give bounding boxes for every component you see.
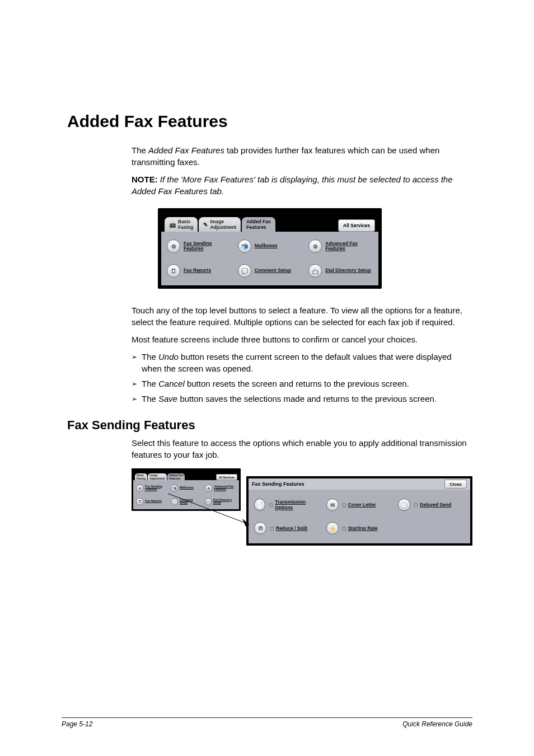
reduce-split-button[interactable]: ⧉ ▢ Reduce / Split	[254, 521, 321, 536]
fax-icon: 📠	[169, 222, 176, 228]
panel-title: Fax Sending Features	[252, 481, 305, 487]
all-services-button[interactable]: All Services	[338, 219, 375, 232]
document-icon: 📄	[254, 499, 265, 511]
added-fax-features-screenshot: 📠 Basic Faxing ✎ Image Adjustment Added …	[158, 208, 382, 289]
mini-all-services-button[interactable]: All Services	[216, 474, 237, 480]
tab-label: Image Adjustment	[210, 219, 236, 230]
comment-icon: 💬	[238, 264, 251, 278]
bullet-pre: The	[142, 379, 158, 388]
button-label: Mailboxes	[180, 486, 194, 489]
directory-icon: 📇	[205, 498, 211, 505]
button-label: Advanced Fax Features	[214, 485, 233, 491]
checkbox-icon: ▢	[342, 526, 346, 531]
mini-tab-added-fax[interactable]: Added Fax Features	[167, 473, 185, 480]
fax-sending-features-screenshot: Fax Sending Features Close 📄 ▢ Transmiss…	[246, 476, 472, 546]
bullet-em: Save	[158, 394, 177, 403]
mini-tab-image[interactable]: Image Adjustment	[148, 473, 167, 480]
button-label: Dial Directory Setup	[325, 268, 371, 273]
tab-image-adjustment[interactable]: ✎ Image Adjustment	[199, 217, 241, 232]
intro-paragraph: The Added Fax Features tab provides furt…	[132, 144, 472, 168]
bullet-cancel: ➢ The Cancel button resets the screen an…	[132, 378, 472, 389]
mini-dial-directory[interactable]: 📇Dial Directory Setup	[205, 497, 236, 506]
tab-added-fax-features[interactable]: Added Fax Features	[242, 217, 275, 232]
added-fax-tab-mini-screenshot: Basic Faxing Image Adjustment Added Fax …	[132, 468, 241, 511]
footer-page-number: Page 5-12	[62, 720, 92, 728]
directory-icon: 📇	[308, 264, 322, 278]
checkbox-icon: ▢	[414, 503, 418, 508]
bullet-em: Undo	[158, 352, 179, 361]
tab-label: Basic Faxing	[178, 219, 193, 230]
settings-icon: ⚙	[205, 485, 212, 492]
mini-fax-reports[interactable]: 🗒Fax Reports	[136, 497, 167, 506]
button-label: Fax Sending Features	[184, 241, 212, 252]
comment-icon: 💬	[171, 498, 178, 505]
button-label: Transmission Options	[275, 499, 320, 510]
touch-paragraph: Touch any of the top level buttons to se…	[132, 304, 472, 328]
tab-label: Added Fax Features	[169, 473, 184, 480]
clock-icon: 🕒	[398, 499, 410, 511]
bullet-pre: The	[142, 394, 158, 403]
checkbox-icon: ▢	[269, 503, 273, 508]
mini-fax-sending-features[interactable]: ⚙Fax Sending Features	[136, 483, 167, 492]
leaf-icon: ✎	[203, 222, 208, 228]
button-label: Comment Setup	[180, 499, 202, 505]
footer-guide-title: Quick Reference Guide	[402, 720, 472, 728]
starting-rate-button[interactable]: ⚡ ▢ Starting Rate	[326, 521, 393, 536]
mailbox-icon: 📬	[171, 485, 178, 492]
fax-sending-features-button[interactable]: ⚙ Fax Sending Features	[167, 238, 231, 254]
checkbox-icon: ▢	[270, 526, 274, 531]
delayed-send-button[interactable]: 🕒 ▢ Delayed Send	[398, 497, 465, 512]
transmission-options-button[interactable]: 📄 ▢ Transmission Options	[254, 497, 321, 512]
page-heading: Added Fax Features	[67, 112, 472, 131]
button-label: Starting Rate	[348, 525, 378, 531]
button-label: Comment Setup	[255, 268, 291, 273]
letter-icon: ✉	[326, 499, 339, 511]
button-label: Fax Reports	[184, 268, 211, 273]
bullet-post: button resets the screen and returns to …	[185, 379, 409, 388]
button-label: Delayed Send	[420, 502, 451, 508]
button-label: Advanced Fax Features	[325, 241, 358, 252]
bullet-icon: ➢	[132, 353, 137, 376]
checkbox-icon: ▢	[342, 503, 346, 508]
bullet-icon: ➢	[132, 395, 137, 406]
mini-tab-basic[interactable]: Basic Faxing	[135, 473, 147, 480]
bullet-save: ➢ The Save button saves the selections m…	[132, 393, 472, 405]
mini-advanced-fax[interactable]: ⚙Advanced Fax Features	[205, 483, 236, 492]
bullet-icon: ➢	[132, 379, 137, 391]
split-icon: ⧉	[254, 522, 266, 534]
most-paragraph: Most feature screens include three butto…	[132, 334, 472, 345]
bullet-em: Cancel	[158, 379, 185, 388]
cover-letter-button[interactable]: ✉ ▢ Cover Letter	[326, 497, 393, 512]
close-button[interactable]: Close	[444, 480, 467, 489]
button-label: Cover Letter	[348, 502, 376, 508]
mailbox-icon: 📬	[238, 240, 251, 253]
bullet-undo: ➢ The Undo button resets the current scr…	[132, 351, 472, 374]
button-label: Reduce / Split	[276, 525, 307, 531]
button-label: Dial Directory Setup	[213, 499, 236, 505]
mailboxes-button[interactable]: 📬 Mailboxes	[238, 238, 302, 254]
note-label: NOTE:	[132, 175, 158, 184]
fax-reports-button[interactable]: 🗒 Fax Reports	[167, 263, 231, 279]
mini-comment-setup[interactable]: 💬Comment Setup	[171, 497, 202, 506]
dial-directory-setup-button[interactable]: 📇 Dial Directory Setup	[308, 263, 373, 279]
bullet-post: button saves the selections made and ret…	[177, 394, 437, 403]
fax-sending-features-heading: Fax Sending Features	[67, 418, 472, 433]
tab-basic-faxing[interactable]: 📠 Basic Faxing	[165, 217, 198, 232]
gear-icon: ⚙	[167, 240, 180, 253]
fsf-paragraph: Select this feature to access the option…	[132, 437, 472, 461]
bullet-pre: The	[142, 352, 158, 361]
comment-setup-button[interactable]: 💬 Comment Setup	[238, 263, 302, 279]
button-label: Mailboxes	[255, 243, 278, 248]
button-label: Fax Sending Features	[145, 485, 162, 491]
tab-label: Basic Faxing	[137, 473, 146, 480]
mini-mailboxes[interactable]: 📬Mailboxes	[171, 483, 202, 492]
rate-icon: ⚡	[326, 522, 339, 534]
note-paragraph: NOTE: If the 'More Fax Features' tab is …	[132, 173, 472, 197]
report-icon: 🗒	[167, 264, 180, 278]
bullet-post: button resets the current screen to the …	[142, 352, 452, 373]
note-text: If the 'More Fax Features' tab is displa…	[132, 175, 452, 196]
report-icon: 🗒	[136, 498, 143, 505]
intro-italic: Added Fax Features	[148, 145, 224, 155]
advanced-fax-features-button[interactable]: ⚙ Advanced Fax Features	[308, 238, 373, 254]
intro-before: The	[132, 145, 148, 155]
